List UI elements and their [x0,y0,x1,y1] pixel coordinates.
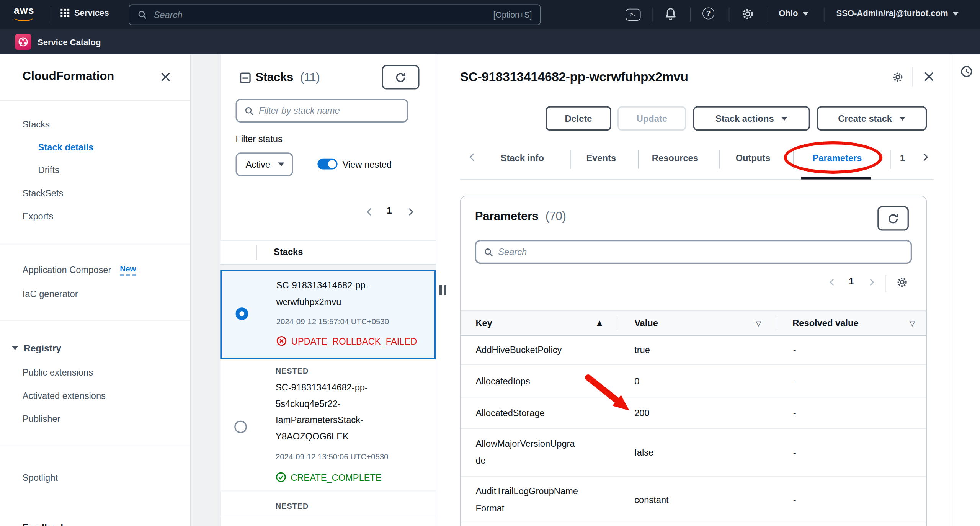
filter-status-select[interactable]: Active [236,152,293,176]
sort-ascending-icon[interactable]: ▲ [597,311,602,335]
table-preferences-gear-icon[interactable] [896,276,908,288]
sidebar-close-icon[interactable] [160,71,171,82]
column-divider[interactable] [777,316,777,330]
sidebar-section-registry[interactable]: Registry [12,343,61,353]
param-value: true [634,345,793,355]
params-page-number[interactable]: 1 [849,276,854,286]
refresh-icon [887,213,898,224]
help-button[interactable]: ? [702,8,714,20]
stack-radio-selected[interactable] [236,307,248,320]
tab-clipped[interactable]: 1 [900,153,905,163]
params-prev-page-icon[interactable] [828,278,836,286]
column-header-value[interactable]: Value [634,311,658,335]
panel-collapse-icon[interactable] [240,72,251,83]
stack-actions-button[interactable]: Stack actions [693,106,810,131]
table-row[interactable]: AllocatedIops 0 - [461,365,926,397]
layout-gutter [191,54,220,526]
update-button[interactable]: Update [617,106,686,131]
stack-name-line[interactable]: Y8AOZQOG6LEK [276,431,349,441]
column-header-key[interactable]: Key [475,311,492,335]
tabs-scroll-left-icon[interactable] [467,152,477,162]
settings-gear-icon[interactable] [741,8,754,21]
sidebar-item-activated-extensions[interactable]: Activated extensions [23,390,106,400]
tabs-scroll-right-icon[interactable] [921,152,930,162]
nav-divider [768,8,768,22]
minus-glyph [242,77,248,78]
divider [0,244,190,245]
sidebar-item-iac-generator[interactable]: IaC generator [23,289,78,299]
stacks-page-number[interactable]: 1 [387,206,392,216]
sidebar-item-drifts[interactable]: Drifts [38,165,59,175]
services-menu[interactable]: Services [60,8,109,17]
sidebar-item-feedback[interactable]: Feedback [23,522,66,526]
parameters-search-input[interactable] [498,247,911,257]
sidebar-item-exports[interactable]: Exports [23,211,53,221]
global-search-input[interactable] [152,9,493,20]
sort-icon[interactable]: ▽ [756,311,761,335]
sidebar-item-stack-details[interactable]: Stack details [38,142,94,152]
tab-divider [570,150,571,169]
detail-close-icon[interactable] [923,70,935,82]
stack-status: UPDATE_ROLLBACK_FAILED [291,336,417,346]
stacks-column-header: Stacks [274,241,303,264]
params-next-page-icon[interactable] [867,278,875,286]
tab-stack-info[interactable]: Stack info [501,153,544,163]
delete-button[interactable]: Delete [546,106,611,131]
table-row[interactable]: AllocatedStorage 200 - [461,397,926,429]
stack-card-selected[interactable]: SC-918313414682-pp- wcrwfuhpx2mvu 2024-0… [220,270,436,359]
tab-resources[interactable]: Resources [652,153,698,163]
stack-filter-field[interactable] [236,99,408,123]
table-row[interactable]: AuditTrailLogGroupName Format constant - [461,477,926,523]
region-selector[interactable]: Ohio [779,9,808,18]
update-label: Update [637,113,667,123]
cloudshell-terminal-icon: >. [630,11,637,18]
cloudshell-button[interactable]: >. [626,9,640,21]
tab-outputs[interactable]: Outputs [736,153,771,163]
account-label: SSO-Admin/raj@turbot.com [836,9,948,18]
parameters-title: Parameters [475,209,539,222]
stacks-refresh-button[interactable] [382,65,420,90]
parameters-search-field[interactable] [475,240,912,264]
sidebar-item-stacksets[interactable]: StackSets [23,188,64,198]
stacks-count: (11) [300,70,320,83]
sidebar-item-application-composer[interactable]: Application Composer [23,265,111,275]
stack-detail-title: SC-918313414682-pp-wcrwfuhpx2mvu [460,69,688,84]
stack-name-line[interactable]: SC-918313414682-pp- [276,280,369,290]
sidebar-item-spotlight[interactable]: Spotlight [23,472,58,482]
parameters-refresh-button[interactable] [877,206,909,231]
detail-settings-gear-icon[interactable] [892,71,904,83]
sort-icon[interactable]: ▽ [910,311,915,335]
view-nested-toggle[interactable] [317,159,337,170]
stack-name-line[interactable]: SC-918313414682-pp- [276,382,368,392]
side-panel-clock-icon[interactable] [960,65,973,78]
service-catalog-icon[interactable] [15,34,31,50]
global-search[interactable]: [Option+S] [129,4,541,25]
stack-filter-input[interactable] [259,106,407,116]
sidebar-item-public-extensions[interactable]: Public extensions [23,368,93,377]
sidebar-item-stacks[interactable]: Stacks [23,119,50,129]
stack-name-line[interactable]: IamParametersStack- [276,415,363,425]
stacks-prev-page-icon[interactable] [365,207,374,216]
service-name[interactable]: Service Catalog [38,38,101,47]
stack-name-line[interactable]: wcrwfuhpx2mvu [276,297,341,307]
column-divider[interactable] [617,316,617,330]
stack-card[interactable]: NESTED SC-918313414682-pp- 5s4ckuq4e5r22… [220,361,436,491]
stack-radio[interactable] [234,421,247,433]
stacks-next-page-icon[interactable] [406,207,415,216]
param-resolved: - [793,345,926,355]
aws-logo[interactable]: aws [14,5,41,24]
stack-name-line[interactable]: 5s4ckuq4e5r22- [276,399,341,409]
column-header-resolved-value[interactable]: Resolved value [792,311,858,335]
tab-events[interactable]: Events [586,153,616,163]
sidebar-title: CloudFormation [23,69,114,83]
create-stack-button[interactable]: Create stack [817,106,927,131]
notifications-bell-icon[interactable] [665,7,677,21]
panel-resize-handle[interactable] [439,285,446,295]
refresh-icon [395,72,406,83]
sidebar-item-publisher[interactable]: Publisher [23,414,60,424]
account-menu[interactable]: SSO-Admin/raj@turbot.com [836,9,959,18]
param-key: AllowMajorVersionUpgra de [475,436,634,469]
table-row[interactable]: AllowMajorVersionUpgra de false - [461,429,926,477]
help-question-icon: ? [706,9,711,18]
table-row[interactable]: AddHiveBucketPolicy true - [461,336,926,365]
